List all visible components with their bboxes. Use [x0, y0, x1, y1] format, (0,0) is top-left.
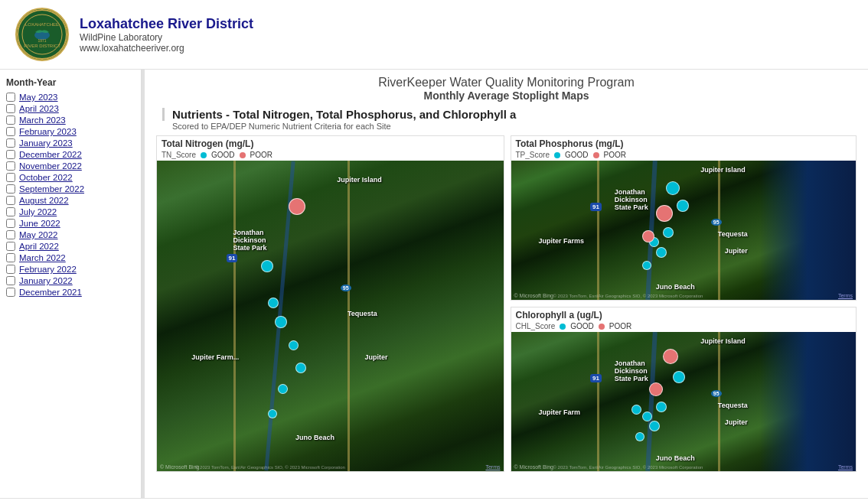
sidebar-item-9[interactable]: August 2022 — [6, 196, 135, 205]
sidebar-item-12[interactable]: May 2022 — [6, 230, 135, 239]
tn-terms[interactable]: Terms — [485, 464, 500, 470]
chl-label-jd: JonathanDickinsonState Park — [615, 359, 648, 382]
sidebar-label-0: May 2023 — [19, 93, 58, 102]
tp-label-jupiter-farms: Jupiter Farms — [539, 237, 585, 245]
tn-poor-label: POOR — [250, 151, 272, 159]
tp-legend: TP_Score GOOD POOR — [511, 150, 857, 161]
sidebar-item-14[interactable]: March 2022 — [6, 253, 135, 262]
sidebar-item-16[interactable]: January 2022 — [6, 276, 135, 285]
org-sub: WildPine Laboratory — [80, 32, 253, 43]
tn-map-title: Total Nitrogen (mg/L) — [157, 136, 504, 150]
nutrients-sub: Scored to EPA/DEP Numeric Nutrient Crite… — [162, 122, 857, 131]
sidebar-label-1: April 2023 — [19, 104, 59, 113]
chl-label-jupiter: Jupiter — [725, 418, 748, 426]
sidebar-items-list: May 2023April 2023March 2023February 202… — [6, 93, 135, 297]
sidebar-label-13: April 2022 — [19, 242, 59, 251]
chl-poor-dot — [599, 324, 605, 330]
tp-good-label: GOOD — [565, 151, 589, 159]
sidebar-checkbox-11[interactable] — [6, 219, 15, 228]
sidebar-label-9: August 2022 — [19, 196, 69, 205]
chl-label-tequesta: Tequesta — [718, 402, 748, 409]
sidebar-checkbox-5[interactable] — [6, 150, 15, 159]
sidebar-label-10: July 2022 — [19, 207, 57, 216]
chl-route-91: 91 — [590, 374, 602, 382]
sidebar-checkbox-0[interactable] — [6, 93, 15, 102]
chl-watermark: © Microsoft Bing — [514, 464, 553, 470]
page-title: RiverKeeper Water Quality Monitoring Pro… — [156, 76, 857, 89]
chl-map-card: Chlorophyll a (ug/L) CHL_Score GOOD POOR — [511, 307, 857, 472]
sidebar-item-6[interactable]: November 2022 — [6, 161, 135, 171]
tn-label-jupiter-farms: Jupiter Farm... — [191, 353, 239, 361]
tp-label-jd: JonathanDickinsonState Park — [615, 188, 648, 211]
sidebar-checkbox-10[interactable] — [6, 207, 15, 216]
tn-watermark: © Microsoft Bing — [160, 464, 199, 470]
tn-good-dot — [201, 152, 207, 158]
tp-terms[interactable]: Terms — [838, 293, 853, 298]
sidebar-label-8: September 2022 — [19, 184, 84, 194]
sidebar-title: Month-Year — [6, 77, 135, 88]
sidebar-label-12: May 2022 — [19, 230, 58, 239]
tp-good-dot — [554, 152, 560, 158]
sidebar-item-7[interactable]: October 2022 — [6, 173, 135, 182]
chl-poor-label: POOR — [609, 322, 631, 330]
sidebar-checkbox-17[interactable] — [6, 288, 15, 297]
org-url: www.loxahatcheeriver.org — [80, 43, 253, 54]
sidebar-checkbox-2[interactable] — [6, 115, 15, 125]
sidebar-item-8[interactable]: September 2022 — [6, 184, 135, 194]
header: LOXAHATCHEE RIVER DISTRICT 1971 Loxahatc… — [0, 0, 868, 70]
chl-terms[interactable]: Terms — [838, 464, 853, 470]
tn-label-juno-beach: Juno Beach — [295, 434, 334, 441]
sidebar-label-6: November 2022 — [19, 161, 82, 171]
sidebar-checkbox-1[interactable] — [6, 104, 15, 113]
sidebar-checkbox-12[interactable] — [6, 230, 15, 239]
sidebar-checkbox-7[interactable] — [6, 173, 15, 182]
tn-route-91: 91 — [227, 254, 238, 262]
sidebar-label-4: January 2023 — [19, 138, 73, 148]
sidebar-item-15[interactable]: February 2022 — [6, 265, 135, 274]
svg-text:1971: 1971 — [38, 38, 46, 43]
tn-good-label: GOOD — [211, 151, 235, 159]
sidebar-label-16: January 2022 — [19, 276, 73, 285]
chl-score-label: CHL_Score — [516, 322, 556, 330]
sidebar-item-1[interactable]: April 2023 — [6, 104, 135, 113]
page-title-section: RiverKeeper Water Quality Monitoring Pro… — [156, 76, 857, 102]
org-name: Loxahatchee River District — [80, 16, 253, 32]
tp-poor-label: POOR — [604, 151, 626, 159]
sidebar-checkbox-14[interactable] — [6, 253, 15, 262]
chl-label-juno-beach: Juno Beach — [656, 454, 695, 462]
sidebar-item-17[interactable]: December 2021 — [6, 288, 135, 297]
sidebar-item-10[interactable]: July 2022 — [6, 207, 135, 216]
svg-text:LOXAHATCHEE: LOXAHATCHEE — [25, 22, 59, 27]
footer: Microsoft Power BI ‹ 2 de 12 › – + 80% ⊡ — [0, 498, 868, 501]
tp-route-91: 91 — [590, 203, 602, 211]
tp-copyright: © 2023 TomTom, Esri/Air Geographics SIO,… — [553, 294, 703, 298]
sidebar-label-17: December 2021 — [19, 288, 82, 297]
sidebar-checkbox-16[interactable] — [6, 276, 15, 285]
sidebar-item-5[interactable]: December 2022 — [6, 150, 135, 159]
sidebar-checkbox-4[interactable] — [6, 138, 15, 148]
sidebar-item-4[interactable]: January 2023 — [6, 138, 135, 148]
sidebar-checkbox-15[interactable] — [6, 265, 15, 274]
tn-label-jupiter: Jupiter — [365, 353, 388, 361]
sidebar-item-13[interactable]: April 2022 — [6, 242, 135, 251]
chl-label-jupiter-island: Jupiter Island — [700, 337, 746, 345]
sidebar-checkbox-13[interactable] — [6, 242, 15, 251]
sidebar-checkbox-8[interactable] — [6, 184, 15, 194]
sidebar-item-0[interactable]: May 2023 — [6, 93, 135, 102]
tp-score-label: TP_Score — [516, 151, 550, 159]
tn-copyright: © 2023 TomTom, Esri/Air Geographics SIO,… — [195, 465, 345, 470]
page-subtitle: Monthly Average Stoplight Maps — [156, 89, 857, 102]
sidebar-label-11: June 2022 — [19, 219, 60, 228]
sidebar-item-3[interactable]: February 2023 — [6, 127, 135, 136]
nutrients-heading: Nutrients - Total Nitrogen, Total Phosph… — [162, 108, 857, 121]
sidebar-item-11[interactable]: June 2022 — [6, 219, 135, 228]
tp-label-jupiter: Jupiter — [725, 247, 748, 255]
sidebar-label-3: February 2023 — [19, 127, 77, 136]
tn-label-jupiter-island: Jupiter Island — [337, 176, 382, 184]
sidebar-checkbox-9[interactable] — [6, 196, 15, 205]
sidebar-checkbox-3[interactable] — [6, 127, 15, 136]
sidebar-label-15: February 2022 — [19, 265, 77, 274]
tn-legend: TN_Score GOOD POOR — [157, 150, 504, 161]
sidebar-checkbox-6[interactable] — [6, 161, 15, 171]
sidebar-item-2[interactable]: March 2023 — [6, 115, 135, 125]
